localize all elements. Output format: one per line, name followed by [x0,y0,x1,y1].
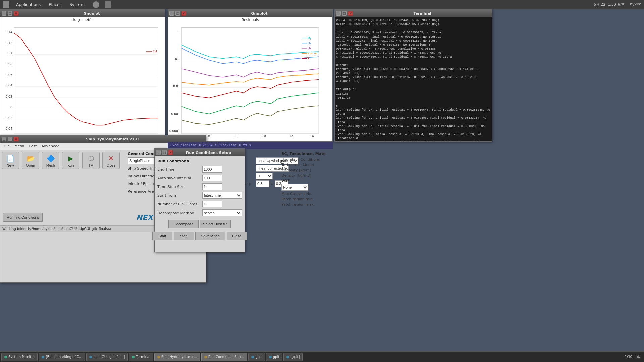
taskbar-label-bench: [Benchmarking of C... [46,355,82,359]
new-button[interactable]: 📄 New [2,152,19,169]
main-close-win[interactable]: ✕ [14,137,18,141]
run-label: Run [67,164,74,167]
start-button[interactable]: Start [152,232,172,240]
time-step-label: Time Step Size [157,185,201,189]
viscosity-label: Viscosity [kg/m] [281,168,322,172]
terminal-maximize[interactable]: □ [342,11,347,16]
gnuplot2-svg: 1 0.1 0.01 0.001 0.0001 6 8 10 12 14 [168,23,332,141]
svg-text:-0.02: -0.02 [4,116,12,120]
svg-text:Cd: Cd [153,49,157,53]
terminal-window: _ □ ✕ Terminal 28684 -0.00160109) (0.004… [334,9,492,142]
menu-post[interactable]: Post [27,143,39,149]
gnuplot2-titlebar[interactable]: _ □ ✕ Gnuplot [168,10,332,17]
menu-system[interactable]: System [68,2,86,8]
taskbar-gplt2[interactable]: gplt [266,353,282,361]
svg-text:0.01: 0.01 [173,84,180,88]
save-stop-button[interactable]: Save&Stop [195,232,225,240]
taskbar-gplt3[interactable]: [gplt] [283,353,303,361]
menu-applications[interactable]: Applications [15,2,42,8]
taskbar-ship-hydro[interactable]: Ship Hydrodynamic... [154,353,200,361]
open-button[interactable]: 📂 Open [22,152,39,169]
taskbar-shipgui[interactable]: [shipGUI_gtk_final] [86,353,128,361]
terminal-minimize[interactable]: _ [336,11,341,16]
relax-p-input[interactable] [256,180,269,187]
start-from-select[interactable]: latestTime startTime firstTime [202,192,242,199]
run-dialog-maximize[interactable]: □ [162,150,167,155]
taskbar-gplt1[interactable]: gplt [248,353,265,361]
run-button[interactable]: ▶ Run [62,152,79,169]
decompose-method-label: Decompose Method [157,211,201,215]
start-from-label: Start from [157,193,201,198]
taskbar-label-hydro: Ship Hydrodynamic... [161,355,197,359]
non-ortho-select[interactable]: 0 [256,173,273,179]
vof-title: VOF [281,179,322,183]
vof-select[interactable]: None [281,184,308,191]
new-label: New [7,164,14,167]
auto-save-label: Auto save Interval [157,176,201,180]
menu-mesh[interactable]: Mesh [12,143,26,149]
gnuplot2-close[interactable]: ✕ [181,11,186,16]
main-maximize[interactable]: □ [8,137,12,141]
gnuplot1-minimize[interactable]: _ [2,11,6,16]
u-label: U [271,182,273,186]
density-label: Density [kg/m3] [281,173,322,178]
taskbar-dot-runcond [204,356,207,358]
cpu-cores-input[interactable] [202,201,222,207]
time-step-input[interactable] [202,183,222,190]
end-time-input[interactable] [202,166,222,173]
auto-save-input[interactable] [202,175,222,181]
mesh-button[interactable]: 🔷 Mesh [42,152,59,169]
main-minimize[interactable]: _ [2,137,6,141]
fv-button[interactable]: ⬡ FV [82,152,100,169]
taskbar-run-cond[interactable]: Run Conditions Setup [201,353,248,361]
taskbar-terminal[interactable]: Terminal [129,353,153,361]
taskbar-right: 1:30 오후 [625,355,643,359]
decompose-btn-row: Decompose Select Host file [157,220,242,228]
taskbar-benchmarking[interactable]: [Benchmarking of C... [39,353,85,361]
decompose-method-select[interactable]: scotch simple metis [202,209,242,216]
close-dialog-button[interactable]: Close [227,232,247,240]
cpu-cores-row: Number of CPU Cores [157,201,242,207]
gnuplot1-close[interactable]: ✕ [14,11,18,16]
svg-text:Uz: Uz [308,47,311,50]
gnuplot2-minimize[interactable]: _ [169,11,174,16]
terminal-titlebar[interactable]: _ □ ✕ Terminal [335,10,492,17]
start-from-row: Start from latestTime startTime firstTim… [157,192,242,199]
patch-min-row: Patch region min. [281,197,335,201]
gnuplot1-maximize[interactable]: □ [8,11,12,16]
gnuplot2-plot: Residuals 1 0.1 0.01 0.001 0.0001 6 8 10… [168,17,332,141]
toolbar-run-col: ▶ Run [62,152,79,169]
taskbar-system-monitor[interactable]: System Monitor [1,353,38,361]
terminal-close[interactable]: ✕ [348,11,353,16]
exec-time-text: ExecutionTime = 21.59 s ClockTime = 23 s [170,144,251,147]
svg-text:14: 14 [310,134,314,138]
svg-rect-0 [14,28,158,134]
close-label: Close [106,164,115,167]
gnuplot2-maximize[interactable]: □ [175,11,180,16]
run-dialog: _ □ ✕ Run Conditions Setup Run Condition… [154,148,245,252]
new-icon: 📄 [6,154,15,163]
select-host-file-button[interactable]: Select Host file [200,220,230,228]
menu-places[interactable]: Places [47,2,63,8]
courant-row: Max Courant No. [281,192,335,196]
run-dialog-titlebar[interactable]: _ □ ✕ Run Conditions Setup [155,149,245,156]
svg-text:-0.04: -0.04 [4,127,12,130]
bc-panel: BC, Turbulence, Mate Boundary Conditions… [281,152,335,208]
running-conditions-button[interactable]: Running Conditions [3,213,43,222]
taskbar-dot-monitor [4,356,7,358]
terminal-body[interactable]: 28684 -0.00160109) (0.00451714 -1.30244e… [335,17,492,141]
stop-button[interactable]: Stop [174,232,194,240]
close-button[interactable]: ✕ Close [102,152,120,169]
taskbar-label-terminal: Terminal [136,355,150,359]
svg-text:0.04: 0.04 [5,83,12,87]
gnuplot1-title: Gnuplot [20,11,163,16]
action-btn-row: Start Stop Save&Stop Close [157,232,242,240]
gnuplot1-titlebar[interactable]: _ □ ✕ Gnuplot [0,10,165,17]
taskbar-label-monitor: System Monitor [8,355,35,359]
menu-file[interactable]: File [2,143,12,149]
menu-advanced[interactable]: Advanced [39,143,61,149]
decompose-button[interactable]: Decompose [168,220,199,228]
gnuplot1-window: _ □ ✕ Gnuplot drag coeffs. 0.14 0.12 0.1… [0,9,165,137]
run-dialog-minimize[interactable]: _ [156,150,161,155]
run-dialog-close-btn[interactable]: ✕ [168,150,173,155]
